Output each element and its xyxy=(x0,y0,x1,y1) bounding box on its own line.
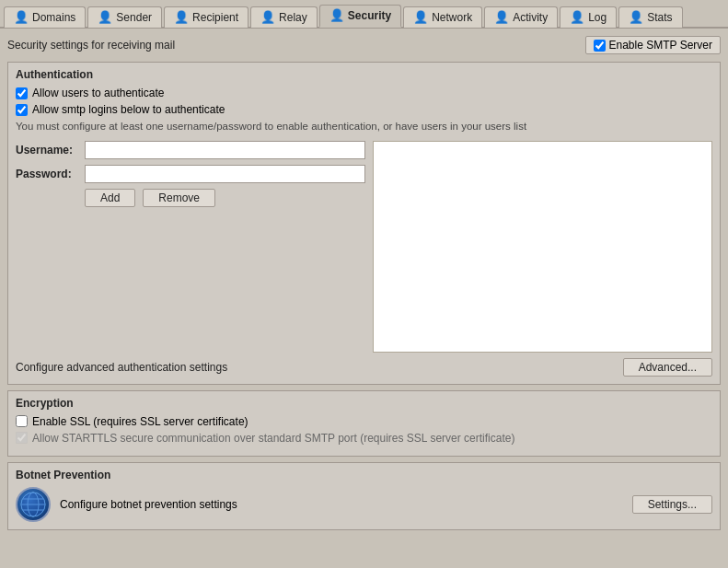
tab-network-label: Network xyxy=(432,11,472,24)
tab-security-label: Security xyxy=(348,9,391,22)
botnet-globe-svg xyxy=(19,491,47,518)
advanced-label: Configure advanced authentication settin… xyxy=(16,361,227,374)
advanced-row: Configure advanced authentication settin… xyxy=(16,358,712,377)
username-row: Username: xyxy=(16,141,365,159)
allow-smtp-label: Allow smtp logins below to authenticate xyxy=(32,103,225,116)
enable-smtp-text: Enable SMTP Server xyxy=(609,39,713,52)
authentication-title: Authentication xyxy=(16,68,712,81)
settings-label: Security settings for receiving mail xyxy=(7,39,175,52)
user-list-panel xyxy=(373,141,712,353)
auth-form: Username: Password: Add Remove xyxy=(16,141,712,353)
password-label: Password: xyxy=(16,168,85,180)
enable-ssl-label: Enable SSL (requires SSL server certific… xyxy=(32,415,248,428)
botnet-section: Botnet Prevention Configure botnet preve… xyxy=(7,462,721,530)
botnet-left: Configure botnet prevention settings xyxy=(16,487,237,522)
encryption-section: Encryption Enable SSL (requires SSL serv… xyxy=(7,390,721,457)
stats-icon: 👤 xyxy=(629,10,643,24)
enable-smtp-label[interactable]: Enable SMTP Server xyxy=(585,36,722,54)
svg-point-5 xyxy=(21,493,45,516)
password-input[interactable] xyxy=(85,165,365,183)
main-content: Security settings for receiving mail Ena… xyxy=(0,29,728,568)
auth-warning: You must configure at least one username… xyxy=(16,120,712,133)
recipient-icon: 👤 xyxy=(174,10,189,24)
tab-log-label: Log xyxy=(588,11,607,24)
remove-button[interactable]: Remove xyxy=(143,189,215,207)
botnet-configure-label: Configure botnet prevention settings xyxy=(60,498,237,511)
enable-smtp-checkbox[interactable] xyxy=(594,40,606,52)
tab-relay-label: Relay xyxy=(279,11,307,24)
username-input[interactable] xyxy=(85,141,365,159)
relay-icon: 👤 xyxy=(260,10,275,24)
tab-domains[interactable]: 👤 Domains xyxy=(4,6,86,28)
enable-ssl-checkbox[interactable] xyxy=(16,415,28,427)
botnet-icon xyxy=(16,487,51,522)
tab-bar: 👤 Domains 👤 Sender 👤 Recipient 👤 Relay 👤… xyxy=(0,0,728,29)
top-bar: Security settings for receiving mail Ena… xyxy=(7,36,721,54)
tab-recipient-label: Recipient xyxy=(192,11,238,24)
tab-sender[interactable]: 👤 Sender xyxy=(87,6,162,28)
tab-activity-label: Activity xyxy=(513,11,548,24)
tab-relay[interactable]: 👤 Relay xyxy=(250,6,318,28)
allow-users-checkbox[interactable] xyxy=(16,87,28,99)
advanced-button[interactable]: Advanced... xyxy=(623,358,712,377)
encryption-title: Encryption xyxy=(16,397,712,410)
tab-log[interactable]: 👤 Log xyxy=(560,6,617,28)
tab-network[interactable]: 👤 Network xyxy=(403,6,482,28)
auth-left-panel: Username: Password: Add Remove xyxy=(16,141,365,353)
add-remove-row: Add Remove xyxy=(85,189,365,207)
starttls-checkbox[interactable] xyxy=(16,432,28,444)
allow-users-label: Allow users to authenticate xyxy=(32,87,164,99)
domains-icon: 👤 xyxy=(14,10,29,24)
tab-activity[interactable]: 👤 Activity xyxy=(484,6,558,28)
botnet-row: Configure botnet prevention settings Set… xyxy=(16,487,712,522)
activity-icon: 👤 xyxy=(494,10,509,24)
log-icon: 👤 xyxy=(570,10,584,24)
password-row: Password: xyxy=(16,165,365,183)
username-label: Username: xyxy=(16,144,85,156)
tab-security[interactable]: 👤 Security xyxy=(319,5,401,28)
tab-recipient[interactable]: 👤 Recipient xyxy=(164,6,248,28)
enable-ssl-row: Enable SSL (requires SSL server certific… xyxy=(16,415,712,428)
authentication-section: Authentication Allow users to authentica… xyxy=(7,62,721,385)
sender-icon: 👤 xyxy=(98,10,112,24)
tab-stats-label: Stats xyxy=(647,11,672,24)
network-icon: 👤 xyxy=(413,10,428,24)
allow-smtp-checkbox[interactable] xyxy=(16,104,28,116)
starttls-label: Allow STARTTLS secure communication over… xyxy=(32,432,514,445)
tab-sender-label: Sender xyxy=(116,11,152,24)
botnet-settings-button[interactable]: Settings... xyxy=(632,495,712,514)
allow-users-row: Allow users to authenticate xyxy=(16,87,712,99)
add-button[interactable]: Add xyxy=(85,189,135,207)
tab-domains-label: Domains xyxy=(32,11,75,24)
allow-smtp-row: Allow smtp logins below to authenticate xyxy=(16,103,712,116)
botnet-title: Botnet Prevention xyxy=(16,469,712,481)
security-icon: 👤 xyxy=(329,8,344,22)
tab-stats[interactable]: 👤 Stats xyxy=(618,6,682,28)
starttls-row: Allow STARTTLS secure communication over… xyxy=(16,432,712,445)
